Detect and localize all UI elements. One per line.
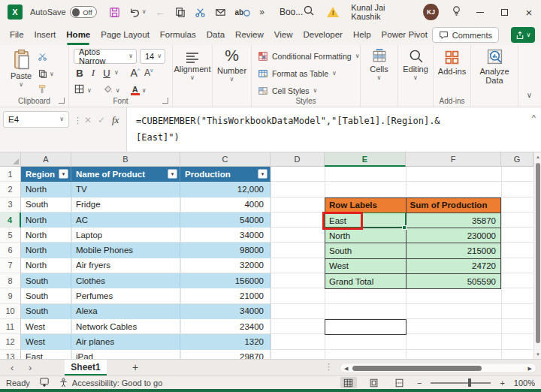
copy-button[interactable]	[174, 7, 186, 18]
zoom-in-button[interactable]: +	[500, 378, 504, 387]
pivot-cell[interactable]: South	[325, 243, 407, 258]
cell[interactable]: 4000	[180, 198, 270, 212]
zoom-slider-thumb[interactable]	[468, 378, 471, 387]
cell[interactable]: AC	[71, 213, 180, 227]
zoom-out-button[interactable]: −	[417, 378, 422, 387]
cell[interactable]: 98000	[180, 243, 270, 257]
pivot-cell[interactable]: 505590	[407, 274, 501, 289]
row-header[interactable]: 2	[0, 182, 21, 197]
column-header-g[interactable]: G	[501, 152, 533, 167]
cell[interactable]: 21000	[180, 288, 270, 303]
font-name-select[interactable]: Aptos Narrow∨	[74, 49, 137, 64]
cell[interactable]: 54000	[180, 213, 270, 227]
number-button[interactable]: % Number ∨	[213, 47, 251, 83]
table-header-cell[interactable]: Production▼	[180, 167, 270, 181]
row-header[interactable]: 9	[0, 288, 21, 303]
sheet-tab-sheet1[interactable]: Sheet1	[65, 360, 107, 375]
cell[interactable]: South	[21, 304, 71, 318]
tab-formulas[interactable]: Formulas	[155, 24, 201, 45]
name-box[interactable]: E4 ∨	[3, 111, 69, 128]
conditional-formatting-button[interactable]: Conditional Formatting ∨	[258, 51, 360, 62]
page-break-view-button[interactable]	[391, 377, 408, 388]
search-button[interactable]	[303, 5, 315, 20]
row-header[interactable]: 5	[0, 228, 21, 243]
pivot-cell[interactable]: West	[325, 259, 407, 274]
tab-insert[interactable]: Insert	[29, 24, 62, 45]
table-header-cell[interactable]: Name of Product▼	[71, 167, 180, 181]
tab-power-pivot[interactable]: Power Pivot	[376, 24, 433, 45]
row-header[interactable]: 6	[0, 243, 21, 258]
cell[interactable]: Laptop	[71, 228, 180, 242]
fill-handle[interactable]	[402, 225, 407, 230]
filter-button[interactable]: ▼	[168, 169, 177, 179]
pivot-cell[interactable]: 230000	[407, 228, 501, 243]
prev-sheet-button[interactable]: ‹	[11, 362, 14, 373]
bold-button[interactable]: B	[74, 68, 86, 79]
save-button[interactable]	[109, 7, 120, 18]
column-header-f[interactable]: F	[406, 152, 501, 167]
select-all-corner[interactable]	[0, 152, 21, 167]
minimize-button[interactable]	[474, 5, 486, 19]
cell[interactable]: 23400	[180, 319, 270, 333]
cell[interactable]: 156000	[180, 273, 270, 288]
tab-review[interactable]: Review	[230, 24, 269, 45]
format-painter-button[interactable]	[38, 83, 54, 97]
tab-view[interactable]: View	[269, 24, 298, 45]
italic-button[interactable]: I	[87, 67, 99, 79]
pivot-cell[interactable]: 215000	[407, 243, 501, 258]
fill-color-button[interactable]	[102, 83, 113, 98]
splitter-handle-icon[interactable]: ⋮	[325, 362, 333, 372]
row-header[interactable]: 11	[0, 319, 21, 334]
cell[interactable]: Clothes	[71, 273, 180, 288]
tab-help[interactable]: Help	[348, 24, 376, 45]
insert-function-button[interactable]: fx	[112, 114, 119, 126]
addins-button[interactable]: Add-ins	[434, 50, 470, 76]
cell[interactable]: North	[21, 213, 71, 227]
scroll-up-icon[interactable]: ▲	[534, 155, 541, 159]
pivot-cell[interactable]: 24720	[407, 259, 501, 274]
cell[interactable]: Alexa	[71, 304, 180, 318]
tab-page-layout[interactable]: Page Layout	[95, 24, 155, 45]
editing-button[interactable]: Editing ∨	[398, 49, 433, 81]
share-button[interactable]: ∨	[511, 27, 535, 43]
add-sheet-button[interactable]: +	[132, 361, 138, 373]
row-header[interactable]: 8	[0, 273, 21, 288]
row-header[interactable]: 3	[0, 198, 21, 213]
warning-icon[interactable]: !	[327, 7, 339, 17]
cut-button[interactable]	[195, 7, 206, 18]
autosave-control[interactable]: AutoSave Off	[30, 6, 97, 18]
cell[interactable]: Perfumes	[71, 288, 180, 303]
comments-button[interactable]: Comments	[432, 27, 499, 43]
undo-button[interactable]: ∨	[129, 7, 147, 18]
grow-font-button[interactable]: A^	[129, 67, 141, 79]
close-button[interactable]: ×	[523, 5, 535, 19]
shrink-font-button[interactable]: Av	[143, 68, 155, 78]
cell[interactable]: West	[21, 334, 71, 348]
email-button[interactable]	[215, 7, 226, 18]
enter-button[interactable]: ✓	[98, 115, 105, 125]
cell[interactable]: Mobile Phones	[71, 243, 180, 257]
cancel-button[interactable]: ✕	[84, 115, 92, 125]
row-header[interactable]: 7	[0, 258, 21, 273]
cell[interactable]: East	[21, 350, 71, 359]
column-header-d[interactable]: D	[270, 152, 325, 167]
next-sheet-button[interactable]: ›	[29, 362, 32, 373]
tab-home[interactable]: Home	[61, 24, 95, 45]
avatar[interactable]: KJ	[423, 4, 438, 20]
back-button[interactable]: ←	[156, 7, 165, 18]
accessibility-status[interactable]: Accessibility: Good to go	[59, 378, 162, 387]
analyze-data-button[interactable]: AnalyzeData	[471, 48, 518, 85]
scroll-left-icon[interactable]: ◀	[344, 366, 348, 372]
cell[interactable]: Network Cables	[71, 319, 180, 333]
cell[interactable]: South	[21, 273, 71, 288]
pivot-cell[interactable]: Grand Total	[325, 274, 407, 289]
cell-styles-button[interactable]: Cell Styles ∨	[258, 86, 317, 96]
page-layout-view-button[interactable]	[366, 377, 382, 388]
borders-button[interactable]	[74, 83, 85, 98]
font-color-button[interactable]: A	[131, 86, 140, 95]
tab-file[interactable]: File	[5, 24, 29, 45]
cell[interactable]: South	[21, 198, 71, 212]
table-header-cell[interactable]: Region▼	[21, 167, 71, 181]
dialog-launcher-icon[interactable]	[162, 98, 168, 104]
maximize-button[interactable]	[498, 5, 510, 19]
